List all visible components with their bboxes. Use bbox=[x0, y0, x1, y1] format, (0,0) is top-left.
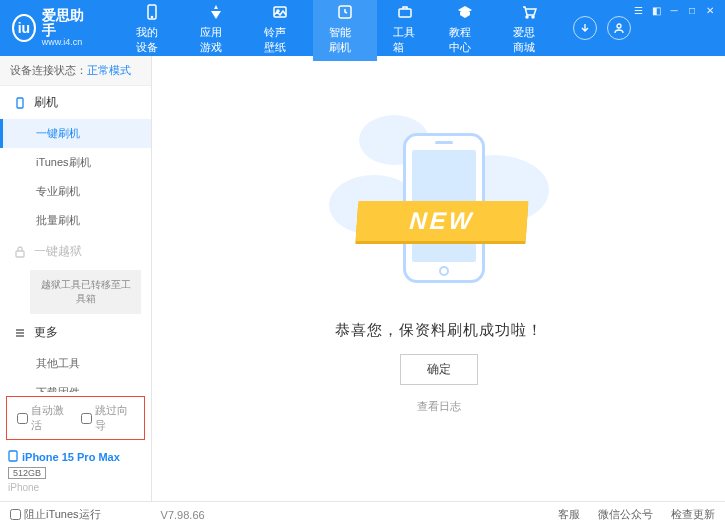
cart-icon bbox=[519, 2, 539, 22]
auto-activate-checkbox[interactable]: 自动激活 bbox=[17, 403, 71, 433]
nav-tutorials[interactable]: 教程中心 bbox=[433, 0, 497, 61]
footer-update[interactable]: 检查更新 bbox=[671, 507, 715, 522]
close-button[interactable]: ✕ bbox=[703, 4, 717, 16]
success-message: 恭喜您，保资料刷机成功啦！ bbox=[335, 321, 543, 340]
nav-store[interactable]: 爱思商城 bbox=[497, 0, 561, 61]
connection-status: 设备连接状态：正常模式 bbox=[0, 56, 151, 86]
image-icon bbox=[270, 2, 290, 22]
svg-rect-11 bbox=[9, 451, 17, 461]
sidebar-one-key-flash[interactable]: 一键刷机 bbox=[0, 119, 151, 148]
logo-icon: iu bbox=[12, 14, 36, 42]
version-label: V7.98.66 bbox=[161, 509, 205, 521]
section-flash[interactable]: 刷机 bbox=[0, 86, 151, 119]
app-title: 爱思助手 bbox=[42, 8, 88, 39]
sidebar-other-tools[interactable]: 其他工具 bbox=[0, 349, 151, 378]
menu-icon[interactable]: ☰ bbox=[631, 4, 645, 16]
graduation-icon bbox=[455, 2, 475, 22]
svg-point-8 bbox=[617, 24, 621, 28]
new-banner: NEW bbox=[355, 201, 528, 241]
top-nav: 我的设备 应用游戏 铃声壁纸 智能刷机 工具箱 bbox=[120, 0, 561, 61]
nav-apps-games[interactable]: 应用游戏 bbox=[184, 0, 248, 61]
lock-icon bbox=[14, 246, 26, 258]
section-jailbreak: 一键越狱 bbox=[0, 235, 151, 268]
flash-section-icon bbox=[14, 97, 26, 109]
ok-button[interactable]: 确定 bbox=[400, 354, 478, 385]
app-logo: iu 爱思助手 www.i4.cn bbox=[12, 8, 88, 49]
footer: 阻止iTunes运行 V7.98.66 客服 微信公众号 检查更新 bbox=[0, 501, 725, 527]
nav-ringtones[interactable]: 铃声壁纸 bbox=[248, 0, 312, 61]
svg-rect-5 bbox=[399, 9, 411, 17]
footer-service[interactable]: 客服 bbox=[558, 507, 580, 522]
jailbreak-moved-notice: 越狱工具已转移至工具箱 bbox=[30, 270, 141, 314]
main-content: NEW 恭喜您，保资料刷机成功啦！ 确定 查看日志 bbox=[152, 56, 725, 501]
device-type: iPhone bbox=[8, 482, 143, 493]
svg-point-6 bbox=[526, 16, 528, 18]
sidebar-itunes-flash[interactable]: iTunes刷机 bbox=[0, 148, 151, 177]
svg-point-7 bbox=[532, 16, 534, 18]
toolbox-icon bbox=[395, 2, 415, 22]
skip-guide-checkbox[interactable]: 跳过向导 bbox=[81, 403, 135, 433]
refresh-icon bbox=[335, 2, 355, 22]
options-highlight-box: 自动激活 跳过向导 bbox=[6, 396, 145, 440]
nav-my-device[interactable]: 我的设备 bbox=[120, 0, 184, 61]
device-name-label: iPhone 15 Pro Max bbox=[22, 451, 120, 463]
app-url: www.i4.cn bbox=[42, 38, 88, 48]
view-log-link[interactable]: 查看日志 bbox=[417, 399, 461, 414]
phone-icon bbox=[142, 2, 162, 22]
sidebar-batch-flash[interactable]: 批量刷机 bbox=[0, 206, 151, 235]
minimize-button[interactable]: ─ bbox=[667, 4, 681, 16]
nav-smart-flash[interactable]: 智能刷机 bbox=[313, 0, 377, 61]
svg-rect-9 bbox=[17, 98, 23, 108]
app-icon bbox=[206, 2, 226, 22]
footer-wechat[interactable]: 微信公众号 bbox=[598, 507, 653, 522]
svg-rect-10 bbox=[16, 251, 24, 257]
sidebar: 设备连接状态：正常模式 刷机 一键刷机 iTunes刷机 专业刷机 批量刷机 一… bbox=[0, 56, 152, 501]
device-info: iPhone 15 Pro Max 512GB iPhone bbox=[0, 444, 151, 501]
user-button[interactable] bbox=[607, 16, 631, 40]
block-itunes-checkbox[interactable]: 阻止iTunes运行 bbox=[10, 507, 101, 522]
device-storage: 512GB bbox=[8, 467, 46, 479]
download-button[interactable] bbox=[573, 16, 597, 40]
skin-icon[interactable]: ◧ bbox=[649, 4, 663, 16]
section-more[interactable]: 更多 bbox=[0, 316, 151, 349]
nav-toolbox[interactable]: 工具箱 bbox=[377, 0, 433, 61]
sidebar-download-firmware[interactable]: 下载固件 bbox=[0, 378, 151, 392]
success-illustration: NEW bbox=[329, 115, 549, 295]
device-phone-icon bbox=[8, 450, 18, 464]
list-icon bbox=[14, 327, 26, 339]
maximize-button[interactable]: □ bbox=[685, 4, 699, 16]
svg-point-1 bbox=[152, 16, 153, 17]
sidebar-pro-flash[interactable]: 专业刷机 bbox=[0, 177, 151, 206]
